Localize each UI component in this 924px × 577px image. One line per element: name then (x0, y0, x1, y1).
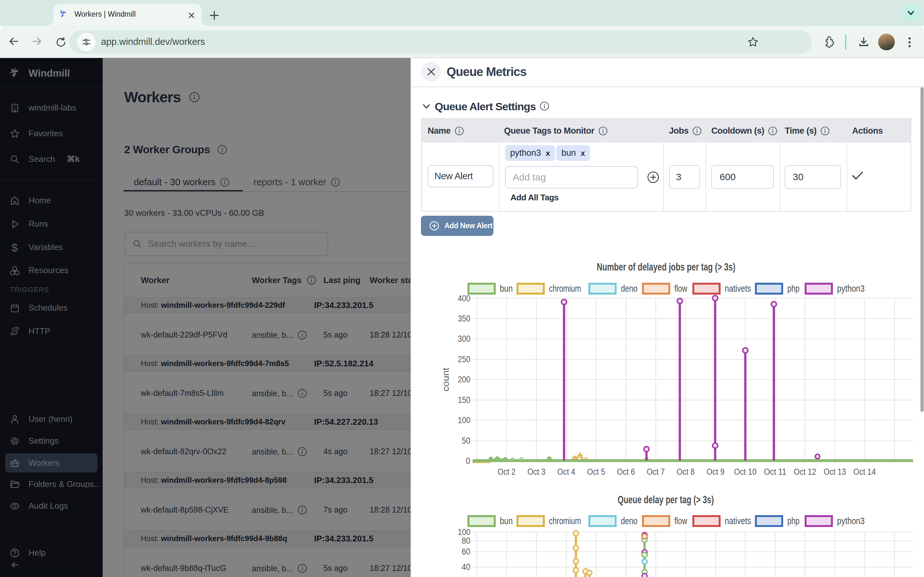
svg-text:Oct 13: Oct 13 (824, 467, 846, 477)
svg-text:Number of delayed jobs per tag: Number of delayed jobs per tag (> 3s) (597, 261, 735, 273)
svg-text:flow: flow (674, 516, 688, 526)
svg-text:40: 40 (462, 562, 470, 572)
svg-text:Oct 14: Oct 14 (853, 467, 876, 477)
svg-text:Oct 12: Oct 12 (794, 467, 816, 477)
svg-text:deno: deno (621, 516, 638, 526)
svg-text:python3: python3 (837, 516, 865, 526)
svg-text:Queue delay per tag (> 3s): Queue delay per tag (> 3s) (618, 494, 714, 506)
svg-text:chromium: chromium (549, 516, 581, 526)
svg-text:python3: python3 (837, 284, 865, 293)
svg-text:Oct 3: Oct 3 (527, 467, 545, 477)
svg-text:bun: bun (500, 284, 513, 293)
svg-text:250: 250 (458, 355, 470, 364)
svg-text:50: 50 (462, 436, 470, 446)
svg-text:0: 0 (466, 456, 470, 466)
svg-text:php: php (787, 516, 800, 526)
svg-text:100: 100 (458, 416, 470, 425)
svg-text:count: count (441, 367, 451, 392)
svg-text:60: 60 (462, 547, 470, 556)
svg-text:Oct 7: Oct 7 (647, 467, 665, 477)
svg-text:nativets: nativets (725, 284, 751, 293)
svg-text:80: 80 (462, 536, 470, 546)
svg-text:deno: deno (621, 284, 638, 293)
svg-text:200: 200 (458, 375, 470, 384)
svg-text:Oct 4: Oct 4 (557, 467, 575, 477)
svg-text:350: 350 (458, 314, 470, 324)
svg-text:flow: flow (674, 284, 688, 293)
svg-text:Oct 10: Oct 10 (734, 467, 756, 477)
svg-text:150: 150 (458, 395, 470, 405)
svg-text:Oct 11: Oct 11 (764, 467, 787, 477)
svg-text:Oct 9: Oct 9 (706, 467, 724, 477)
svg-text:400: 400 (458, 293, 470, 303)
svg-text:300: 300 (458, 334, 470, 343)
svg-text:100: 100 (458, 527, 470, 537)
svg-text:nativets: nativets (725, 516, 751, 526)
svg-text:chromium: chromium (549, 284, 581, 293)
svg-text:Oct 2: Oct 2 (498, 467, 515, 477)
svg-text:bun: bun (500, 516, 513, 526)
svg-text:Oct 6: Oct 6 (617, 467, 635, 477)
svg-text:Oct 5: Oct 5 (587, 467, 605, 477)
svg-text:Oct 8: Oct 8 (677, 467, 695, 477)
svg-text:php: php (787, 284, 800, 293)
